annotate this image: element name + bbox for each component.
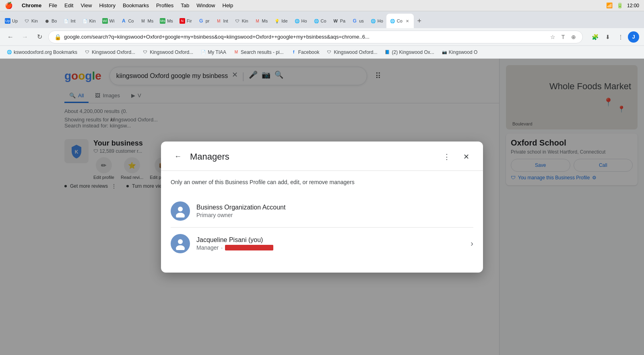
tab-int2[interactable]: M Int — [213, 14, 231, 28]
tab-favicon-ho2: 🌐 — [370, 18, 376, 24]
apple-menu[interactable]: 🍎 — [5, 2, 13, 9]
bookmark-favicon-6: 🛡 — [326, 49, 332, 55]
bookmark-label-3: My TIAA — [208, 49, 226, 55]
tab-favicon-up: Up — [5, 18, 10, 24]
tab-label-fir: Fir — [187, 18, 192, 23]
modal-body: Only an owner of this Business Profile c… — [161, 171, 483, 273]
address-bar[interactable]: 🔒 google.com/search?q=kiingswood+Oxford+… — [48, 31, 583, 43]
bookmark-favicon-8: 📷 — [442, 49, 447, 55]
battery-icon: 🔋 — [617, 2, 623, 8]
tab-favicon-bo: ● — [44, 18, 50, 24]
menu-edit[interactable]: Edit — [64, 2, 73, 8]
modal-menu-button[interactable]: ⋮ — [440, 150, 454, 164]
tab-label-co3: Co — [397, 18, 402, 23]
tab-kin2[interactable]: 📄 Kin — [79, 14, 99, 28]
tab-up[interactable]: Up Up — [2, 14, 21, 28]
tab-co2[interactable]: 🌐 Co — [310, 14, 330, 28]
manager-item-1[interactable]: Jacqueline Pisani (you) Manager · › — [171, 228, 473, 260]
forward-button[interactable]: → — [19, 31, 31, 43]
tab-us[interactable]: G us — [349, 14, 367, 28]
bookmark-kingswood-fb[interactable]: 📘 (2) Kingswood Ox... — [381, 47, 437, 57]
tab-favicon-us: G — [352, 18, 357, 24]
menu-file[interactable]: File — [49, 2, 57, 8]
new-tab-button[interactable]: + — [414, 15, 425, 27]
tab-favicon-int2: M — [216, 18, 221, 24]
modal-back-button[interactable]: ← — [171, 150, 185, 164]
tab-co3-active[interactable]: 🌐 Co ✕ — [386, 14, 414, 28]
bookmark-label-5: Facebook — [298, 49, 320, 55]
tab-label-up: Up — [12, 18, 18, 23]
lock-icon: 🔒 — [54, 33, 62, 41]
bookmark-favicon-1: 🛡 — [85, 49, 90, 55]
modal-header: ← Managers ⋮ ✕ — [161, 142, 483, 171]
zoom-icon[interactable]: ⊕ — [570, 33, 578, 41]
tab-favicon-ho1: 🌐 — [294, 18, 300, 24]
bookmark-star-icon[interactable]: ☆ — [549, 33, 557, 41]
settings-button[interactable]: ⋮ — [615, 31, 626, 43]
menu-profiles[interactable]: Profiles — [156, 2, 173, 8]
menu-history[interactable]: History — [99, 2, 115, 8]
manager-chevron-1[interactable]: › — [471, 239, 473, 248]
tab-ho1[interactable]: 🌐 Ho — [291, 14, 310, 28]
downloads-button[interactable]: ⬇ — [602, 31, 613, 43]
address-url: google.com/search?q=kiingswood+Oxford+go… — [64, 34, 546, 40]
bookmark-search-results[interactable]: M Search results - pi... — [230, 47, 287, 57]
tab-ide[interactable]: 💡 Ide — [271, 14, 291, 28]
menu-view[interactable]: View — [80, 2, 92, 8]
main-content: google kiingswood Oxford google my bsinb… — [0, 59, 644, 355]
bookmark-facebook[interactable]: f Facebook — [288, 47, 323, 57]
person-icon-1 — [174, 237, 187, 250]
menu-chrome[interactable]: Chrome — [22, 2, 41, 8]
translate-icon[interactable]: T — [559, 33, 567, 41]
tab-label-int2: Int — [223, 18, 228, 23]
tab-favicon-co1: A — [121, 18, 126, 24]
tab-label-ho2: Ho — [378, 18, 383, 23]
tab-label-kin2: Kin — [89, 18, 96, 23]
bookmark-kingswood-3[interactable]: 🛡 Kingswood Oxford... — [323, 47, 380, 57]
menu-help[interactable]: Help — [223, 2, 233, 8]
bookmark-kingswood-2[interactable]: 🛡 Kingswood Oxford... — [139, 47, 196, 57]
tab-label-kin3: Kin — [242, 18, 248, 23]
back-button[interactable]: ← — [5, 31, 16, 43]
tab-ms1[interactable]: M Ms — [137, 14, 157, 28]
chrome-toolbar-icons: 🧩 ⬇ ⋮ J — [589, 31, 639, 43]
tab-pa[interactable]: W Pa — [330, 14, 349, 28]
tab-kin1[interactable]: 🛡 Kin — [21, 14, 41, 28]
tab-favicon-co3: 🌐 — [390, 18, 395, 24]
modal-title: Managers — [190, 152, 435, 162]
tab-pr[interactable]: G pr — [195, 14, 213, 28]
bookmark-tiaa[interactable]: 📄 My TIAA — [197, 47, 229, 57]
bookmarks-bar: 🌐 kswoodoxford.org Bookmarks 🛡 Kingswood… — [0, 46, 644, 59]
tab-bo[interactable]: ● Bo — [41, 14, 60, 28]
bookmark-label-8: Kingswood O — [449, 49, 477, 55]
tab-co1[interactable]: A Co — [118, 14, 137, 28]
tab-fir[interactable]: N Fir — [176, 14, 195, 28]
manager-role-0: Primary owner — [196, 212, 473, 218]
modal-close-button[interactable]: ✕ — [459, 150, 473, 164]
tab-wi[interactable]: Wi Wi — [99, 14, 118, 28]
menu-bookmarks[interactable]: Bookmarks — [123, 2, 149, 8]
extensions-button[interactable]: 🧩 — [589, 31, 601, 43]
profile-avatar[interactable]: J — [628, 31, 639, 43]
tab-label-pr: pr — [206, 18, 210, 23]
menu-window[interactable]: Window — [196, 2, 215, 8]
refresh-button[interactable]: ↻ — [34, 31, 45, 43]
tab-int1[interactable]: 📄 Int — [60, 14, 78, 28]
menu-tab[interactable]: Tab — [181, 2, 189, 8]
person-icon-0 — [174, 205, 187, 218]
modal-overlay[interactable]: ← Managers ⋮ ✕ Only an owner of this Bus… — [0, 59, 644, 355]
bookmark-kingswood-org[interactable]: 🌐 kswoodoxford.org Bookmarks — [3, 47, 80, 57]
tab-favicon-kin3: 🛡 — [235, 18, 240, 24]
tab-ho2[interactable]: 🌐 Ho — [367, 14, 386, 28]
tab-close-co3[interactable]: ✕ — [404, 18, 411, 24]
manager-info-1: Jacqueline Pisani (you) Manager · — [196, 236, 464, 251]
tab-label-wi: Wi — [109, 18, 115, 23]
manager-name-0: Business Organization Account — [196, 204, 473, 211]
bookmark-kingswood-1[interactable]: 🛡 Kingswood Oxford... — [81, 47, 138, 57]
bookmark-kingswood-insta[interactable]: 📷 Kingswood O — [438, 47, 481, 57]
tab-kin3[interactable]: 🛡 Kin — [231, 14, 252, 28]
tab-ms3[interactable]: M Ms — [252, 14, 271, 28]
tab-ms2[interactable]: Ms Ms — [157, 14, 176, 28]
tab-favicon-ms2: Ms — [160, 18, 165, 24]
tab-favicon-ms1: M — [140, 18, 146, 24]
